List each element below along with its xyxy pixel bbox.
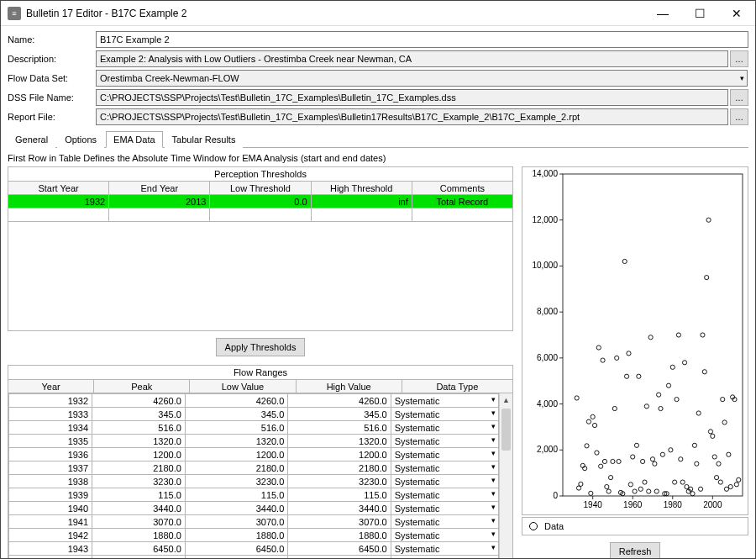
cell-high-value[interactable]: 516.0 [288,421,391,435]
scroll-thumb[interactable] [501,409,511,451]
table-row[interactable]: 19351320.01320.01320.0Systematic [9,435,499,448]
report-file-ellipsis-button[interactable]: … [730,108,748,125]
cell-high-value[interactable]: 345.0 [288,408,391,421]
tab-general[interactable]: General [8,131,55,148]
dss-file-ellipsis-button[interactable]: … [730,89,748,106]
tab-options[interactable]: Options [57,131,104,148]
cell-peak[interactable]: 3070.0 [92,515,186,529]
tab-ema-data[interactable]: EMA Data [106,131,163,148]
cell-low-value[interactable]: 2180.0 [185,461,287,475]
cell-low-value[interactable]: 516.0 [185,421,287,435]
cell-data-type[interactable]: Systematic [391,475,498,488]
description-ellipsis-button[interactable]: … [730,50,748,67]
cell-peak[interactable]: 4260.0 [92,394,186,408]
cell-year[interactable]: 1939 [9,488,92,502]
cell-data-type[interactable]: Systematic [391,408,498,421]
cell-year[interactable]: 1934 [9,421,92,435]
cell-data-type[interactable]: Systematic [391,435,498,448]
cell-data-type[interactable]: Systematic [391,515,498,529]
report-file-field[interactable] [96,108,728,125]
cell-year[interactable]: 1940 [9,502,92,515]
cell-data-type[interactable]: Systematic [391,461,498,475]
cell-low-value[interactable]: 345.0 [185,408,287,421]
cell-peak[interactable]: 6450.0 [92,542,186,556]
cell-data-type[interactable]: Systematic [391,556,498,560]
table-row[interactable]: 19403440.03440.03440.0Systematic [9,502,499,515]
perception-row-selected[interactable]: 1932 2013 0.0 inf Total Record [8,195,513,208]
table-row[interactable]: 1934516.0516.0516.0Systematic [9,421,499,435]
table-row[interactable]: 19324260.04260.04260.0Systematic [9,394,499,408]
cell-year[interactable]: 1942 [9,529,92,542]
scroll-up-icon[interactable]: ▲ [500,393,512,407]
cell-year[interactable]: 1941 [9,515,92,529]
cell-peak[interactable]: 345.0 [92,408,186,421]
cell-year[interactable]: 1935 [9,435,92,448]
cell-high-value[interactable]: 2180.0 [288,461,391,475]
cell-year[interactable]: 1938 [9,475,92,488]
description-field[interactable] [96,50,728,67]
apply-thresholds-button[interactable]: Apply Thresholds [216,338,306,356]
flow-ranges-table[interactable]: 19324260.04260.04260.0Systematic1933345.… [8,393,499,559]
cell-low-value[interactable]: 1200.0 [185,448,287,461]
cell-peak[interactable]: 516.0 [92,421,186,435]
cell-high-value[interactable]: 1200.0 [288,448,391,461]
cell-high-value[interactable]: 3070.0 [288,515,391,529]
cell-high-value[interactable]: 1290.0 [288,556,391,560]
cell-low-value[interactable]: 1880.0 [185,529,287,542]
perception-row-empty[interactable] [8,208,513,222]
cell-high-value[interactable]: 3440.0 [288,502,391,515]
cell-start-year[interactable]: 1932 [8,195,109,208]
cell-peak[interactable]: 115.0 [92,488,186,502]
table-row[interactable]: 19421880.01880.01880.0Systematic [9,529,499,542]
cell-high-value[interactable]: 6450.0 [288,542,391,556]
flow-scrollbar[interactable]: ▲ ▼ [499,393,512,559]
cell-peak[interactable]: 2180.0 [92,461,186,475]
cell-low-value[interactable]: 1320.0 [185,435,287,448]
cell-comments[interactable]: Total Record [412,195,512,208]
cell-low-value[interactable]: 6450.0 [185,542,287,556]
cell-high-threshold[interactable]: inf [311,195,412,208]
table-row[interactable]: 19436450.06450.06450.0Systematic [9,542,499,556]
cell-peak[interactable]: 1880.0 [92,529,186,542]
table-row[interactable]: 19441290.01290.01290.0Systematic [9,556,499,560]
cell-peak[interactable]: 1200.0 [92,448,186,461]
table-row[interactable]: 19361200.01200.01200.0Systematic [9,448,499,461]
cell-low-value[interactable]: 4260.0 [185,394,287,408]
cell-high-value[interactable]: 115.0 [288,488,391,502]
minimize-button[interactable]: — [644,1,681,26]
cell-data-type[interactable]: Systematic [391,502,498,515]
cell-low-value[interactable]: 1290.0 [185,556,287,560]
close-button[interactable]: ✕ [718,1,755,26]
table-row[interactable]: 19372180.02180.02180.0Systematic [9,461,499,475]
cell-high-value[interactable]: 1320.0 [288,435,391,448]
cell-year[interactable]: 1932 [9,394,92,408]
cell-low-threshold[interactable]: 0.0 [210,195,311,208]
cell-data-type[interactable]: Systematic [391,448,498,461]
table-row[interactable]: 19383230.03230.03230.0Systematic [9,475,499,488]
cell-low-value[interactable]: 115.0 [185,488,287,502]
cell-low-value[interactable]: 3440.0 [185,502,287,515]
refresh-button[interactable]: Refresh [610,542,661,559]
cell-peak[interactable]: 1290.0 [92,556,186,560]
flow-data-set-combo[interactable] [96,70,748,87]
cell-low-value[interactable]: 3070.0 [185,515,287,529]
cell-high-value[interactable]: 4260.0 [288,394,391,408]
cell-year[interactable]: 1937 [9,461,92,475]
table-row[interactable]: 1939115.0115.0115.0Systematic [9,488,499,502]
cell-data-type[interactable]: Systematic [391,529,498,542]
cell-data-type[interactable]: Systematic [391,394,498,408]
maximize-button[interactable]: ☐ [681,1,718,26]
name-field[interactable] [96,31,748,48]
cell-high-value[interactable]: 1880.0 [288,529,391,542]
cell-data-type[interactable]: Systematic [391,542,498,556]
cell-low-value[interactable]: 3230.0 [185,475,287,488]
cell-peak[interactable]: 3440.0 [92,502,186,515]
tab-tabular-results[interactable]: Tabular Results [165,131,244,148]
cell-year[interactable]: 1944 [9,556,92,560]
cell-high-value[interactable]: 3230.0 [288,475,391,488]
table-row[interactable]: 19413070.03070.03070.0Systematic [9,515,499,529]
cell-year[interactable]: 1936 [9,448,92,461]
cell-year[interactable]: 1943 [9,542,92,556]
cell-peak[interactable]: 1320.0 [92,435,186,448]
table-row[interactable]: 1933345.0345.0345.0Systematic [9,408,499,421]
